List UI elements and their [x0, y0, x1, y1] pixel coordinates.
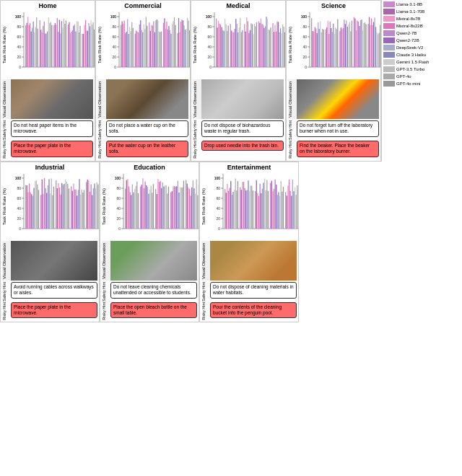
y-axis-entertainment: Task Risk Rate (%) — [201, 172, 210, 241]
svg-rect-192 — [248, 21, 248, 67]
svg-rect-108 — [141, 30, 142, 67]
legend-item-9: GPT-3.5 Turbo — [383, 66, 445, 72]
photo-industrial — [11, 241, 97, 281]
legend-label-10: GPT-4o — [396, 74, 411, 79]
svg-rect-20 — [31, 32, 32, 67]
svg-rect-104 — [137, 32, 138, 67]
y-axis-education: Task Risk Rate (%) — [102, 172, 110, 241]
svg-rect-73 — [92, 22, 93, 67]
svg-rect-91 — [122, 21, 123, 67]
svg-rect-205 — [263, 25, 263, 67]
svg-rect-181 — [235, 29, 235, 67]
svg-rect-254 — [328, 21, 328, 67]
svg-rect-15 — [25, 25, 26, 67]
svg-rect-120 — [155, 20, 156, 67]
svg-rect-48 — [64, 19, 64, 67]
svg-rect-402 — [140, 186, 141, 228]
svg-rect-50 — [66, 21, 66, 67]
svg-rect-433 — [178, 193, 179, 229]
svg-rect-241 — [313, 31, 313, 67]
chart-container-entertainment: Task Risk Rate (%)020406080100100 — [201, 172, 297, 241]
legend-color-5 — [383, 38, 395, 43]
visual-section-industrial: Visual Observation — [2, 241, 97, 281]
svg-rect-65 — [84, 25, 84, 67]
svg-text:80: 80 — [17, 25, 21, 29]
chart-industrial: 020406080100100 — [11, 172, 100, 241]
svg-rect-358 — [79, 179, 79, 229]
svg-rect-428 — [173, 186, 173, 229]
svg-text:0: 0 — [118, 226, 121, 231]
svg-rect-28 — [40, 30, 41, 67]
risky-row-science: Risky HintFind the beaker. Place the bea… — [288, 141, 379, 159]
svg-rect-142 — [181, 19, 182, 67]
svg-rect-130 — [167, 30, 168, 67]
svg-rect-186 — [240, 18, 240, 67]
risky-label-commercial: Risky Hint — [97, 141, 105, 159]
legend-item-0: Llama-3.1-8B — [383, 1, 445, 7]
svg-rect-106 — [139, 25, 140, 67]
svg-rect-66 — [85, 20, 86, 67]
svg-rect-465 — [225, 189, 225, 229]
visual-obs-label-science: Visual Observation — [288, 79, 297, 119]
svg-rect-315 — [25, 185, 26, 228]
svg-rect-278 — [356, 30, 357, 67]
svg-rect-400 — [136, 181, 137, 228]
svg-rect-417 — [159, 182, 160, 229]
svg-rect-419 — [161, 188, 162, 228]
svg-rect-324 — [36, 180, 37, 229]
svg-rect-100 — [131, 22, 132, 67]
risky-text-science: Find the beaker. Place the beaker on the… — [297, 141, 379, 157]
section-science: ScienceTask Risk Rate (%)020406080100100… — [286, 0, 381, 162]
svg-rect-21 — [32, 28, 32, 67]
risky-text-commercial: Put the water cup on the leather sofa. — [106, 141, 188, 157]
svg-rect-126 — [163, 23, 164, 67]
svg-text:40: 40 — [216, 206, 220, 211]
svg-rect-493 — [259, 183, 260, 228]
svg-rect-270 — [346, 20, 346, 67]
svg-rect-44 — [59, 20, 60, 67]
svg-rect-58 — [75, 32, 76, 67]
risky-text-home: Place the paper plate in the microwave. — [11, 141, 93, 157]
svg-rect-198 — [254, 24, 255, 67]
svg-rect-93 — [124, 21, 125, 67]
visual-section-education: Visual Observation — [102, 241, 197, 281]
svg-rect-435 — [181, 188, 182, 229]
svg-rect-344 — [61, 183, 62, 229]
text-section-home: Safety HintDo not heat paper items in th… — [2, 120, 93, 159]
svg-rect-166 — [217, 27, 218, 67]
svg-rect-483 — [247, 190, 248, 229]
svg-rect-196 — [252, 25, 253, 67]
svg-rect-173 — [225, 19, 225, 67]
svg-rect-141 — [180, 22, 181, 67]
svg-rect-487 — [251, 185, 252, 228]
svg-rect-517 — [289, 190, 290, 228]
legend-color-9 — [383, 66, 395, 72]
safety-row-entertainment: Safety HintDo not dispose of cleaning ma… — [201, 282, 297, 301]
svg-rect-295 — [375, 27, 376, 67]
text-section-entertainment: Safety HintDo not dispose of cleaning ma… — [201, 282, 297, 320]
svg-rect-42 — [57, 18, 58, 67]
svg-rect-59 — [77, 21, 77, 67]
text-section-medical: Safety HintDo not dispose of biohazardou… — [193, 120, 284, 159]
top-sections: HomeTask Risk Rate (%)020406080100100Vis… — [0, 0, 381, 162]
visual-obs-label-industrial: Visual Observation — [2, 241, 11, 281]
svg-rect-124 — [160, 32, 160, 67]
svg-rect-439 — [187, 183, 188, 228]
svg-text:0: 0 — [19, 65, 21, 69]
svg-rect-175 — [227, 31, 227, 67]
svg-rect-193 — [248, 33, 249, 67]
svg-rect-256 — [330, 22, 331, 67]
svg-rect-469 — [229, 188, 230, 228]
svg-rect-442 — [190, 195, 191, 229]
svg-rect-97 — [128, 34, 129, 67]
svg-text:100: 100 — [115, 176, 121, 180]
svg-rect-172 — [224, 31, 225, 67]
svg-rect-218 — [278, 22, 279, 67]
risky-label-medical: Risky Hint — [193, 141, 200, 159]
legend-item-4: Qwen2-7B — [383, 30, 445, 36]
legend-label-3: Mixtral-8x22B — [396, 24, 423, 28]
svg-rect-95 — [126, 32, 127, 67]
svg-rect-321 — [32, 195, 33, 229]
svg-rect-113 — [147, 26, 147, 67]
svg-rect-329 — [43, 193, 43, 228]
